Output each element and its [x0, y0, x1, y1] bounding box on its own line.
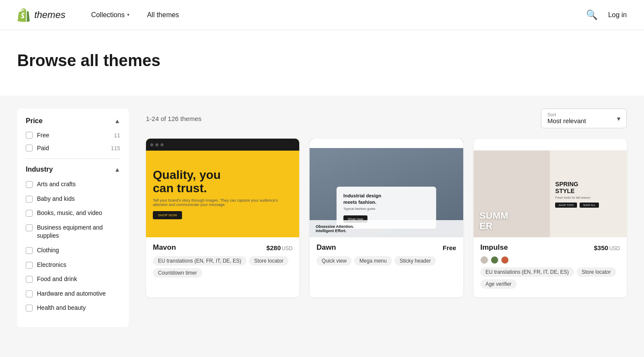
industry-filter-header[interactable]: Industry ▲	[26, 166, 120, 173]
books-label: Books, music, and video	[37, 209, 102, 218]
hero-section: Browse all themes	[0, 30, 644, 96]
impulse-price: $350USD	[594, 244, 620, 251]
filter-item-baby[interactable]: Baby and kids	[26, 195, 120, 203]
filter-item-health[interactable]: Health and beauty	[26, 304, 120, 312]
impulse-name: Impulse	[480, 243, 508, 252]
sort-dropdown[interactable]: Sort Most relevant ▾	[541, 109, 627, 128]
login-button[interactable]: Log in	[608, 11, 627, 19]
tag: Sticky header	[395, 256, 436, 266]
chevron-down-icon: ▾	[127, 12, 130, 18]
tag: Mega menu	[354, 256, 392, 266]
mavon-info: Mavon $280USD EU translations (EN, FR, I…	[146, 237, 299, 286]
paid-count: 115	[111, 145, 120, 151]
filter-item-food[interactable]: Food and drink	[26, 275, 120, 284]
tag: Store locator	[249, 256, 289, 266]
tag: EU translations (EN, FR, IT, DE, ES)	[153, 256, 246, 266]
hardware-label: Hardware and automotive	[37, 290, 106, 298]
shopify-logo-icon	[17, 8, 31, 22]
dawn-info: Dawn Free Quick view Mega menu Sticky he…	[310, 237, 463, 274]
theme-card-impulse[interactable]: SUMMER SPRINGSTYLE Fresh looks for fall …	[474, 139, 627, 297]
impulse-preview: SUMMER SPRINGSTYLE Fresh looks for fall …	[474, 139, 627, 237]
baby-label: Baby and kids	[37, 195, 75, 203]
price-filter-header[interactable]: Price ▲	[26, 117, 120, 125]
baby-checkbox[interactable]	[26, 196, 33, 203]
arts-checkbox[interactable]	[26, 181, 33, 188]
search-button[interactable]: 🔍	[586, 10, 598, 20]
sort-value: Most relevant	[547, 117, 586, 124]
impulse-tags: EU translations (EN, FR, IT, DE, ES) Sto…	[480, 267, 620, 289]
mavon-tags: EU translations (EN, FR, IT, DE, ES) Sto…	[153, 256, 292, 278]
dawn-name: Dawn	[316, 243, 336, 252]
paid-checkbox[interactable]	[26, 145, 33, 151]
page-title: Browse all themes	[17, 51, 627, 70]
food-checkbox[interactable]	[26, 276, 33, 283]
impulse-info: Impulse $350USD EU translations (EN, FR,…	[474, 237, 627, 297]
impulse-colors	[480, 256, 620, 264]
color-swatch-2[interactable]	[491, 256, 498, 264]
tag: Countdown timer	[153, 268, 202, 278]
paid-label: Paid	[37, 145, 106, 151]
themes-content: 1-24 of 126 themes Sort Most relevant ▾	[146, 109, 627, 327]
theme-card-mavon[interactable]: Quality, youcan trust. Tell your brand's…	[146, 139, 299, 297]
free-count: 11	[114, 132, 120, 139]
arts-label: Arts and crafts	[37, 180, 76, 189]
clothing-label: Clothing	[37, 246, 59, 255]
theme-card-dawn[interactable]: Industrial designmeets fashion. Typical …	[310, 139, 463, 297]
filter-item-business[interactable]: Business equipment and supplies	[26, 224, 120, 240]
tag: Age verifier	[480, 279, 517, 289]
logo[interactable]: themes	[17, 8, 65, 22]
search-icon: 🔍	[586, 9, 598, 20]
health-checkbox[interactable]	[26, 305, 33, 312]
dawn-price: Free	[443, 244, 456, 251]
filter-item-free[interactable]: Free 11	[26, 132, 120, 139]
results-count: 1-24 of 126 themes	[146, 115, 201, 122]
industry-filter-label: Industry	[26, 166, 53, 173]
tag: EU translations (EN, FR, IT, DE, ES)	[480, 267, 574, 277]
sort-chevron-icon: ▾	[617, 115, 620, 123]
mavon-name: Mavon	[153, 243, 176, 252]
color-swatch-3[interactable]	[501, 256, 509, 264]
dawn-tags: Quick view Mega menu Sticky header	[316, 256, 456, 266]
logo-text: themes	[34, 9, 65, 21]
filter-item-electronics[interactable]: Electronics	[26, 261, 120, 269]
hardware-checkbox[interactable]	[26, 290, 33, 297]
header: themes Collections ▾ All themes 🔍 Log in	[0, 0, 644, 30]
color-swatch-1[interactable]	[480, 256, 488, 264]
content-header: 1-24 of 126 themes Sort Most relevant ▾	[146, 109, 627, 128]
tag: Store locator	[577, 267, 616, 277]
nav-collections[interactable]: Collections ▾	[91, 11, 130, 19]
sort-label: Sort	[547, 112, 586, 117]
industry-collapse-icon: ▲	[114, 166, 120, 173]
mavon-preview: Quality, youcan trust. Tell your brand's…	[146, 139, 299, 237]
health-label: Health and beauty	[37, 304, 86, 312]
electronics-checkbox[interactable]	[26, 262, 33, 269]
price-filter-label: Price	[26, 117, 43, 125]
clothing-checkbox[interactable]	[26, 247, 33, 254]
business-label: Business equipment and supplies	[37, 224, 120, 240]
tag: Quick view	[316, 256, 352, 266]
filter-divider	[26, 158, 120, 159]
food-label: Food and drink	[37, 275, 77, 284]
filter-item-hardware[interactable]: Hardware and automotive	[26, 290, 120, 298]
free-checkbox[interactable]	[26, 132, 33, 139]
price-filter-section: Price ▲ Free 11 Paid 115 Industry ▲	[17, 109, 129, 327]
mavon-price: $280USD	[267, 244, 293, 251]
themes-grid: Quality, youcan trust. Tell your brand's…	[146, 139, 627, 297]
sidebar: Price ▲ Free 11 Paid 115 Industry ▲	[17, 109, 129, 327]
main-layout: Price ▲ Free 11 Paid 115 Industry ▲	[0, 96, 644, 344]
electronics-label: Electronics	[37, 261, 66, 269]
filter-item-paid[interactable]: Paid 115	[26, 145, 120, 151]
collapse-icon: ▲	[114, 118, 120, 124]
business-checkbox[interactable]	[26, 224, 33, 231]
books-checkbox[interactable]	[26, 210, 33, 217]
filter-item-arts[interactable]: Arts and crafts	[26, 180, 120, 189]
filter-item-clothing[interactable]: Clothing	[26, 246, 120, 255]
main-nav: Collections ▾	[91, 11, 130, 19]
dawn-preview: Industrial designmeets fashion. Typical …	[310, 139, 463, 237]
free-label: Free	[37, 132, 110, 139]
header-actions: 🔍 Log in	[586, 10, 627, 20]
nav-all-themes[interactable]: All themes	[147, 11, 179, 19]
filter-item-books[interactable]: Books, music, and video	[26, 209, 120, 218]
